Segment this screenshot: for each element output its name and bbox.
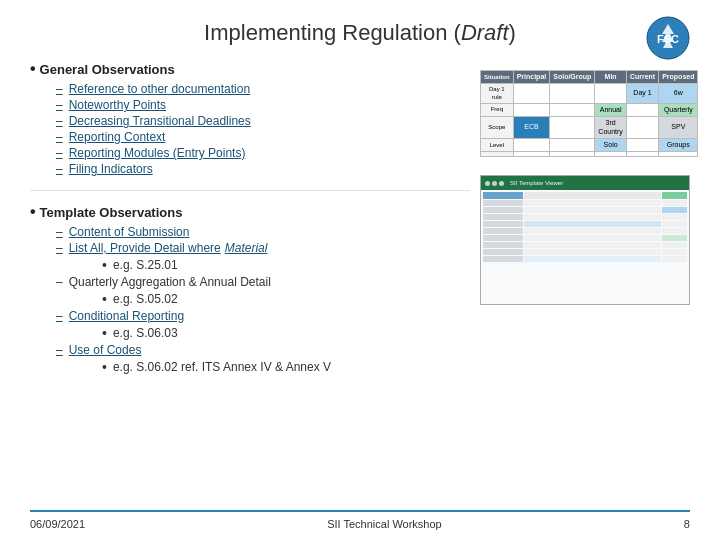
- slide-footer: 06/09/2021 SII Technical Workshop 8: [30, 510, 690, 530]
- ss-dot-2: [492, 181, 497, 186]
- list-item-list-all[interactable]: List All, Provide Detail where Material: [56, 241, 470, 255]
- screenshot-mockup: SII Template Viewer: [480, 175, 690, 305]
- list-item-content-submission[interactable]: Content of Submission: [56, 225, 470, 239]
- general-observations-label: General Observations: [40, 62, 175, 77]
- ss-dot-1: [485, 181, 490, 186]
- title-italic: Draft: [461, 20, 509, 45]
- sub-bullet-s05: e.g. S.05.02: [102, 291, 470, 307]
- general-observations-title: General Observations: [30, 60, 470, 78]
- slide-title: Implementing Regulation (Draft): [204, 20, 516, 46]
- sub-bullet-s25: e.g. S.25.01: [102, 257, 470, 273]
- sub-bullet-s06-02: e.g. S.06.02 ref. ITS Annex IV & Annex V: [102, 359, 470, 375]
- screenshot-inner: SII Template Viewer: [481, 176, 689, 304]
- main-content: General Observations Reference to other …: [30, 60, 690, 510]
- right-column: Situation Principal Solo/Group Min Curre…: [480, 60, 690, 510]
- ss-toolbar: SII Template Viewer: [481, 176, 689, 190]
- table-row: Situation Principal Solo/Group Min Curre…: [481, 71, 698, 84]
- general-observations-section: General Observations Reference to other …: [30, 60, 470, 176]
- table-mockup-container: Situation Principal Solo/Group Min Curre…: [480, 70, 690, 157]
- general-observations-list: Reference to other documentation Notewor…: [30, 82, 470, 176]
- sub-bullet-s06-03: e.g. S.06.03: [102, 325, 470, 341]
- template-observations-section: Template Observations Content of Submiss…: [30, 203, 470, 375]
- list-item-reporting-modules[interactable]: Reporting Modules (Entry Points): [56, 146, 470, 160]
- list-item-conditional-reporting[interactable]: Conditional Reporting: [56, 309, 470, 323]
- slide-header: Implementing Regulation (Draft) FSC: [30, 20, 690, 46]
- sub-item-indent-4: e.g. S.06.02 ref. ITS Annex IV & Annex V: [56, 359, 470, 375]
- list-item-filing[interactable]: Filing Indicators: [56, 162, 470, 176]
- list-item-noteworthy[interactable]: Noteworthy Points: [56, 98, 470, 112]
- ss-dot-3: [499, 181, 504, 186]
- sub-item-indent-2: e.g. S.05.02: [56, 291, 470, 307]
- sub-item-indent-3: e.g. S.06.03: [56, 325, 470, 341]
- list-item-reporting-context[interactable]: Reporting Context: [56, 130, 470, 144]
- sub-item-indent-1: e.g. S.25.01: [56, 257, 470, 273]
- left-column: General Observations Reference to other …: [30, 60, 470, 510]
- title-text: Implementing Regulation (: [204, 20, 461, 45]
- slide-container: Implementing Regulation (Draft) FSC Gene…: [0, 0, 720, 540]
- template-observations-title: Template Observations: [30, 203, 470, 221]
- table-row: Freq Annual Quarterly: [481, 103, 698, 116]
- list-item-deadlines[interactable]: Decreasing Transitional Deadlines: [56, 114, 470, 128]
- list-item-use-of-codes[interactable]: Use of Codes: [56, 343, 470, 357]
- regulation-table: Situation Principal Solo/Group Min Curre…: [480, 70, 698, 157]
- table-row: Level Solo Groups: [481, 138, 698, 151]
- table-row: [481, 152, 698, 157]
- footer-page: 8: [684, 518, 690, 530]
- template-observations-label: Template Observations: [40, 205, 183, 220]
- section-divider: [30, 190, 470, 191]
- template-observations-list: Content of Submission List All, Provide …: [30, 225, 470, 375]
- list-item-quarterly: Quarterly Aggregation & Annual Detail: [56, 275, 470, 289]
- fsc-logo: FSC: [646, 16, 690, 60]
- table-row: Scope ECB 3rd Country SPV: [481, 117, 698, 139]
- footer-date: 06/09/2021: [30, 518, 85, 530]
- footer-workshop: SII Technical Workshop: [327, 518, 442, 530]
- list-item-reference[interactable]: Reference to other documentation: [56, 82, 470, 96]
- table-row: Day 1 rule Day 1 6w: [481, 84, 698, 103]
- title-end: ): [509, 20, 516, 45]
